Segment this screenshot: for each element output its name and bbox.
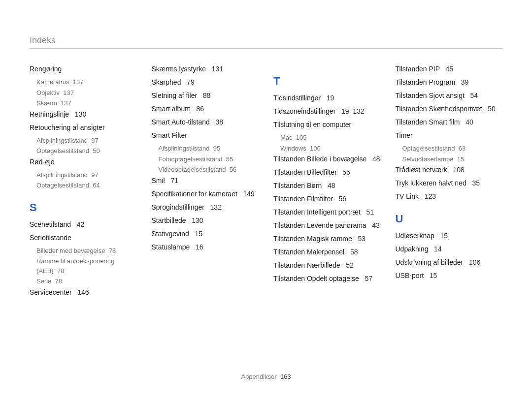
index-entry-page: 56 [337,195,346,203]
index-entry-label: Tidsindstillinger [273,94,321,102]
index-entry-label: Trådløst netværk [396,166,447,174]
index-entry-page: 39 [459,78,468,86]
index-entry-page: 42 [75,220,84,228]
index-subentry: Windows 100 [280,144,381,154]
index-entry-page: 48 [370,155,380,163]
index-entry-page: 55 [340,168,350,176]
index-subentry-label: Optagelsestilstand [36,182,89,189]
index-entry-label: Sprogindstillinger [152,203,204,211]
index-subentry-label: Afspilningstilstand [36,137,88,144]
index-entry-label: Tidszoneindstillinger [273,107,335,115]
index-entry: Udløserknap 15 [396,231,503,241]
index-entry: Tidsindstillinger 19 [273,93,381,103]
index-entry-page: 108 [451,166,465,174]
index-entry-page: 54 [468,92,478,99]
index-entry-label: Tilstanden Smart ﬁlm [396,118,460,126]
index-subentry-page: 78 [55,278,62,285]
index-subentry: Skærm 137 [36,98,137,108]
index-entry-label: Tilstanden Billede i bevægelse [273,155,366,163]
index-subentry: Mac 105 [280,133,381,143]
index-subentry-label: Afspilningstilstand [159,145,210,152]
index-subentry-label: Objektiv [36,89,60,96]
index-entry-page: 149 [241,190,255,198]
index-entry: Retningslinje 130 [30,109,137,120]
index-entry-page: 48 [326,182,335,189]
index-entry-label: Startbillede [152,216,186,224]
index-entry: Skarphed 79 [152,77,259,88]
index-entry: Tilstanden Magisk ramme 53 [273,234,381,244]
index-entry: Udskrivning af billeder 106 [396,257,503,268]
section-letter: T [273,73,381,89]
index-entry-label: Speciﬁkationer for kameraet [152,190,237,198]
index-entry-label: Rengøring [30,65,62,73]
index-subentry-page: 50 [93,147,100,154]
index-entry-page: 131 [210,65,223,73]
index-entry-page: 132 [208,203,222,211]
index-subentry: Kamerahus 137 [36,77,137,87]
index-entry-label: Retningslinje [30,110,69,118]
index-columns: RengøringKamerahus 137Objektiv 137Skærm … [30,64,502,367]
index-entry-label: Skærms lysstyrke [152,65,206,73]
index-entry: Rød-øje [30,157,137,167]
index-entry: Serietilstande [30,233,137,243]
index-subentry-page: 95 [213,145,220,152]
index-subentry-page: 64 [93,182,100,189]
index-subentry: Selvudløserlampe 15 [402,154,503,164]
index-entry-label: Udløserknap [396,232,434,240]
index-entry-label: USB-port [396,272,424,279]
index-subentry-label: Billeder med bevægelse [36,247,105,254]
index-subentry-page: 78 [57,267,64,275]
index-entry-page: 52 [344,261,353,269]
index-subentry: Optagelsestilstand 64 [36,181,137,190]
index-subentry-label: Mac [280,134,293,141]
index-entry: Smart Auto-tilstand 38 [152,117,259,127]
footer-label: Appendikser [241,373,276,380]
index-subentry: Videooptagelsestilstand 56 [159,165,259,175]
horizontal-rule [30,48,502,49]
index-subentry-page: 137 [73,78,84,86]
index-entry: Speciﬁkationer for kameraet 149 [152,189,259,199]
index-entry: Retouchering af ansigter [30,123,137,133]
index-entry-page: 51 [365,208,374,216]
index-entry-label: Tilstanden Billedﬁlter [273,168,337,176]
index-subentry-label: Selvudløserlampe [402,155,454,163]
index-entry-label: Skarphed [152,78,181,86]
index-entry: Tilstanden PIP 45 [396,64,503,74]
index-column: TTidsindstillinger 19Tidszoneindstilling… [273,64,381,367]
index-entry-page: 79 [185,78,194,86]
section-letter: S [30,199,137,216]
index-entry-page: 16 [194,243,203,251]
index-entry-page: 50 [486,105,495,113]
index-entry: Tilstanden Filmﬁlter 56 [273,194,381,204]
index-subentry-page: 97 [91,137,98,144]
index-entry: Tilstanden Billede i bevægelse 48 [273,154,381,164]
index-subentry-label: Fotooptagelsestilstand [159,155,223,163]
index-subentry-page: 55 [226,155,233,163]
index-entry-page: 146 [75,288,89,296]
index-entry-page: 88 [201,92,210,99]
index-entry: Stativgevind 15 [152,229,259,239]
index-entry-page: 71 [169,177,178,185]
index-subentry-page: 105 [296,134,307,141]
index-entry-label: Sletning af ﬁler [152,92,198,99]
index-entry-label: Smart album [152,105,191,113]
index-entry-label: Tilstanden Filmﬁlter [273,195,333,203]
index-subentry-label: Kamerahus [36,78,69,86]
index-entry-page: 40 [464,118,473,126]
index-entry: Tilstanden Levende panorama 43 [273,220,381,231]
index-column: Skærms lysstyrke 131Skarphed 79Sletning … [152,64,259,367]
index-entry: Sprogindstillinger 132 [152,202,259,213]
index-entry-page: 35 [470,179,480,187]
index-entry-label: Serietilstande [30,234,71,242]
index-entry-page: 14 [432,245,441,253]
index-entry: Scenetilstand 42 [30,219,137,230]
index-subentry-label: Afspilningstilstand [36,171,88,179]
index-entry-page: 123 [423,192,436,200]
index-entry-label: Tilstanden Program [396,78,456,86]
index-subentry: Billeder med bevægelse 78 [36,246,137,256]
index-entry-label: Tilslutning til en computer [273,121,351,128]
index-entry: USB-port 15 [396,271,503,281]
index-entry-label: Tilstanden Sjovt ansigt [396,92,465,99]
index-entry-page: 15 [428,272,437,279]
index-entry-label: Smil [152,177,165,185]
